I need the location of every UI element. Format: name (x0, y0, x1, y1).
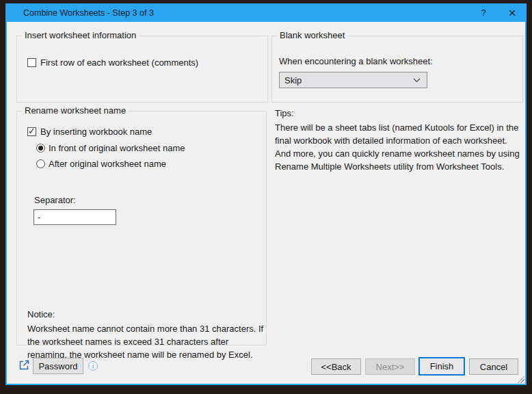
radio-after-row[interactable]: After original worksheet name (36, 159, 166, 169)
close-button[interactable]: ✕ (498, 3, 527, 22)
tips-title: Tips: (275, 108, 294, 118)
group-rename-worksheet-name: Rename worksheet name ✓ By inserting wor… (16, 111, 267, 345)
insert-workbook-checkbox-label: By inserting workbook name (40, 127, 152, 137)
insert-workbook-checkbox[interactable]: ✓ (27, 127, 36, 136)
insert-workbook-checkbox-row[interactable]: ✓ By inserting workbook name (27, 127, 152, 137)
separator-input[interactable] (34, 209, 116, 225)
notice-body: Worksheet name cannot contain more than … (27, 322, 268, 361)
notice-title: Notice: (27, 309, 55, 319)
radio-in-front[interactable] (36, 144, 45, 153)
window-title: Combine Worksheets - Step 3 of 3 (5, 8, 469, 18)
dialog-body: Insert worksheet information ✓ First row… (5, 22, 527, 385)
titlebar: Combine Worksheets - Step 3 of 3 ? ✕ (5, 3, 527, 22)
first-row-checkbox-row[interactable]: ✓ First row of each worksheet (comments) (27, 57, 198, 68)
finish-button[interactable]: Finish (418, 357, 465, 376)
group-title: Insert worksheet information (22, 30, 139, 40)
external-link-icon[interactable] (18, 358, 31, 371)
radio-in-front-label: In front of original worksheet name (49, 143, 185, 153)
first-row-checkbox-label: First row of each worksheet (comments) (40, 57, 198, 68)
radio-after[interactable] (36, 159, 45, 168)
cancel-button[interactable]: Cancel (469, 358, 518, 375)
radio-after-label: After original worksheet name (49, 159, 166, 169)
back-button[interactable]: <<Back (311, 358, 361, 375)
checkmark-icon: ✓ (28, 126, 36, 136)
radio-front-row[interactable]: In front of original worksheet name (36, 143, 185, 153)
info-icon[interactable]: i (88, 361, 98, 371)
chevron-down-icon (413, 78, 421, 83)
group-title: Rename worksheet name (22, 105, 129, 116)
blank-worksheet-prompt: When encountering a blank worksheet: (279, 56, 433, 66)
group-blank-worksheet: Blank worksheet When encountering a blan… (271, 36, 523, 103)
close-icon: ✕ (508, 8, 516, 18)
help-icon: ? (481, 8, 486, 18)
blank-worksheet-dropdown[interactable]: Skip (279, 72, 427, 88)
next-button: Next>> (365, 358, 415, 375)
dropdown-selected-value: Skip (284, 75, 302, 86)
group-title: Blank worksheet (277, 30, 347, 40)
help-button[interactable]: ? (469, 3, 498, 22)
dialog-combine-worksheets: Combine Worksheets - Step 3 of 3 ? ✕ Ins… (5, 3, 527, 385)
separator-label: Separator: (34, 195, 76, 205)
resize-grip[interactable] (516, 374, 524, 383)
group-insert-worksheet-information: Insert worksheet information ✓ First row… (16, 36, 268, 103)
tips-body: There will be a sheet tabs list (named K… (275, 121, 524, 173)
first-row-checkbox[interactable]: ✓ (27, 58, 36, 67)
password-button[interactable]: Password (33, 358, 83, 374)
